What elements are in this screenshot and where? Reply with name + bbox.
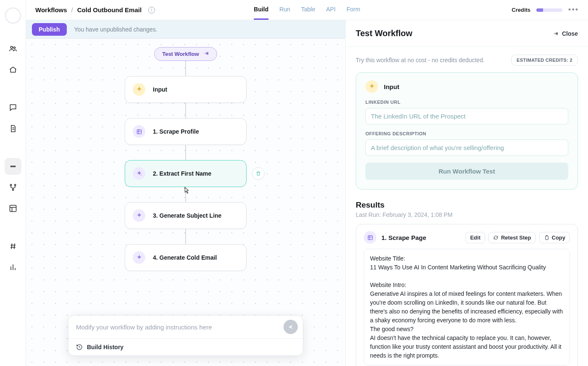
nav-people-icon[interactable] (5, 40, 21, 57)
result-body: Website Title: 11 Ways To Use AI In Cont… (364, 249, 570, 366)
refresh-icon (493, 235, 499, 240)
node-generate-subject[interactable]: 3. Generate Subject Line (125, 202, 247, 229)
linkedin-url-label: LINKEDIN URL (365, 100, 568, 105)
node-generate-email-label: 4. Generate Cold Email (153, 254, 217, 261)
svg-point-4 (14, 166, 15, 167)
close-button[interactable]: Close (553, 30, 578, 37)
node-generate-subject-label: 3. Generate Subject Line (153, 212, 221, 219)
linkedin-url-input[interactable] (365, 108, 568, 124)
grid-icon (364, 231, 376, 244)
svg-point-5 (10, 184, 11, 186)
svg-point-7 (12, 189, 13, 190)
topbar: Workflows / Cold Outbound Email i Build … (26, 0, 588, 20)
svg-point-1 (13, 47, 15, 48)
nav-analytics-icon[interactable] (5, 259, 21, 276)
close-icon (553, 31, 559, 37)
retest-step-button[interactable]: Retest Step (488, 232, 536, 243)
input-card-title: Input (384, 83, 399, 90)
sparkle-icon (133, 251, 145, 264)
cursor-icon (184, 187, 190, 194)
nav-hash-icon[interactable] (5, 238, 21, 255)
sparkle-icon (133, 83, 145, 96)
tab-run[interactable]: Run (279, 0, 290, 20)
tab-table[interactable]: Table (301, 0, 315, 20)
build-history-button[interactable]: Build History (68, 338, 303, 355)
sparkle-icon (133, 167, 145, 180)
results-title: Results (356, 200, 578, 210)
avatar[interactable] (5, 8, 21, 24)
build-history-label: Build History (87, 344, 123, 350)
tab-api[interactable]: API (326, 0, 336, 20)
delete-node-button[interactable] (252, 167, 265, 180)
svg-rect-8 (10, 205, 16, 212)
svg-point-6 (14, 184, 16, 186)
tab-build[interactable]: Build (254, 0, 268, 20)
node-scrape-profile[interactable]: 1. Scrape Profile (125, 118, 247, 145)
publish-button[interactable]: Publish (32, 23, 67, 36)
grid-icon (133, 125, 145, 138)
left-sidebar (0, 0, 26, 366)
edit-button[interactable]: Edit (465, 232, 485, 243)
compose-input[interactable] (76, 324, 284, 331)
copy-button[interactable]: Copy (539, 232, 570, 243)
history-icon (76, 344, 83, 350)
svg-point-2 (10, 166, 12, 167)
test-workflow-pill[interactable]: Test Workflow (154, 47, 217, 61)
right-panel: Test Workflow Close Try this workflow at… (345, 20, 588, 366)
node-generate-email[interactable]: 4. Generate Cold Email (125, 244, 247, 271)
breadcrumb: Workflows / Cold Outbound Email i (35, 6, 155, 13)
more-icon[interactable]: ••• (568, 5, 579, 14)
send-button[interactable] (284, 320, 298, 334)
run-workflow-test-button[interactable]: Run Workflow Test (365, 163, 568, 180)
canvas[interactable]: Test Workflow Input (26, 39, 345, 366)
publish-bar: Publish You have unpublished changes. (26, 20, 345, 39)
svg-point-3 (12, 166, 13, 167)
node-input[interactable]: Input (125, 76, 247, 103)
result-step-title: 1. Scrape Page (381, 234, 426, 241)
compose-box: Build History (68, 315, 303, 356)
close-label: Close (562, 30, 578, 37)
sparkle-icon (133, 209, 145, 222)
input-card: Input LINKEDIN URL OFFERING DESCRIPTION … (356, 72, 578, 190)
estimated-credits-chip: ESTIMATED CREDITS: 2 (511, 55, 578, 66)
svg-rect-11 (545, 236, 548, 240)
nav-chat-icon[interactable] (5, 99, 21, 116)
nav-branch-icon[interactable] (5, 179, 21, 196)
svg-rect-10 (368, 235, 372, 240)
node-input-label: Input (153, 86, 167, 93)
info-icon[interactable]: i (148, 7, 155, 13)
test-workflow-label: Test Workflow (162, 51, 199, 57)
panel-title: Test Workflow (356, 29, 412, 38)
nav-doc-icon[interactable] (5, 120, 21, 137)
results-lastrun: Last Run: February 3, 2024, 1:08 PM (356, 211, 578, 218)
nav-workflow-icon[interactable] (5, 158, 21, 175)
breadcrumb-page[interactable]: Cold Outbound Email (77, 6, 142, 13)
node-extract-first-name-label: 2. Extract First Name (153, 170, 211, 177)
breadcrumb-root[interactable]: Workflows (35, 6, 67, 13)
credits-label: Credits (512, 7, 530, 13)
svg-point-0 (10, 46, 13, 48)
offering-desc-label: OFFERING DESCRIPTION (365, 131, 568, 136)
offering-desc-input[interactable] (365, 140, 568, 156)
node-scrape-profile-label: 1. Scrape Profile (153, 128, 199, 135)
node-extract-first-name[interactable]: 2. Extract First Name (125, 160, 247, 187)
publish-note: You have unpublished changes. (74, 26, 158, 33)
credits-meter (536, 8, 562, 12)
tab-form[interactable]: Form (346, 0, 360, 20)
panel-subtext: Try this workflow at no cost - no credit… (356, 57, 485, 63)
clipboard-icon (544, 235, 549, 240)
svg-rect-9 (137, 129, 141, 134)
sparkle-icon (365, 80, 378, 93)
tabs: Build Run Table API Form (254, 0, 360, 20)
arrow-right-icon (203, 50, 209, 58)
nav-home-icon[interactable] (5, 61, 21, 78)
nav-layout-icon[interactable] (5, 200, 21, 217)
result-card: 1. Scrape Page Edit Retest Step Copy (356, 224, 578, 366)
